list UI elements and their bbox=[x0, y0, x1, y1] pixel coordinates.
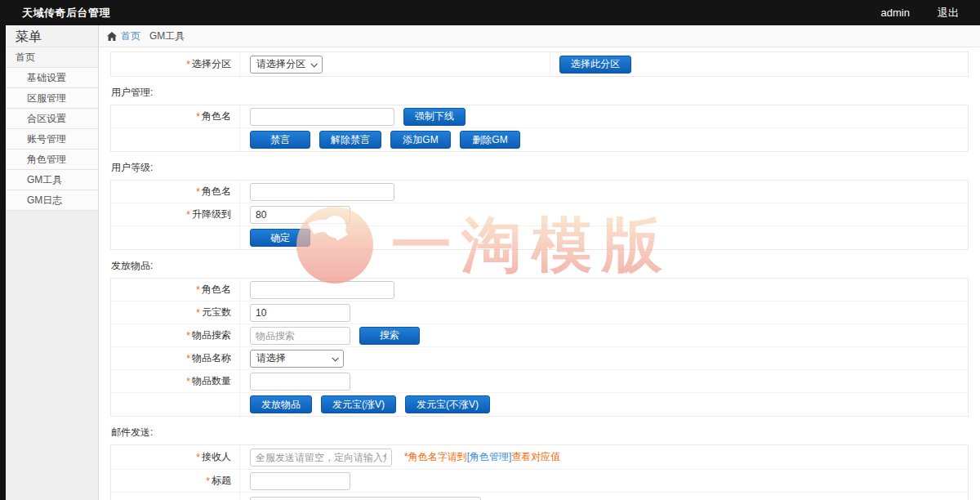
item-role-label: 角色名 bbox=[202, 283, 231, 297]
chevron-down-icon bbox=[332, 355, 338, 361]
user-menu[interactable]: admin bbox=[865, 7, 926, 19]
section-title-user-level: 用户等级: bbox=[111, 161, 969, 175]
add-gm-button[interactable]: 添加GM bbox=[390, 131, 451, 149]
level-target-input[interactable] bbox=[250, 206, 350, 224]
required-marker: * bbox=[196, 111, 200, 123]
role-name-label: 角色名 bbox=[202, 109, 231, 123]
partition-table: * 选择分区 请选择分区 选择此分区 bbox=[110, 51, 969, 77]
level-role-label: 角色名 bbox=[202, 185, 231, 199]
home-icon bbox=[107, 32, 117, 41]
give-yuanbao-vip-button[interactable]: 发元宝(涨V) bbox=[321, 395, 396, 413]
required-marker: * bbox=[186, 353, 190, 364]
sidebar-item-home[interactable]: 首页 bbox=[6, 47, 98, 68]
item-name-label: 物品名称 bbox=[192, 351, 231, 365]
item-count-input[interactable] bbox=[250, 373, 350, 391]
section-title-give-items: 发放物品: bbox=[111, 259, 969, 273]
role-name-row: * 角色名 强制下线 bbox=[111, 105, 968, 128]
choose-partition-button[interactable]: 选择此分区 bbox=[559, 56, 631, 74]
required-marker: * bbox=[186, 209, 190, 221]
chevron-down-icon bbox=[310, 60, 317, 67]
required-marker: * bbox=[196, 186, 200, 198]
force-offline-button[interactable]: 强制下线 bbox=[403, 108, 466, 126]
breadcrumb-current: GM工具 bbox=[149, 29, 185, 43]
user-level-table: * 角色名 * 升降级到 确定 bbox=[110, 180, 969, 250]
role-manage-link[interactable]: [角色管理] bbox=[467, 451, 512, 462]
receiver-label: 接收人 bbox=[202, 450, 231, 464]
main-content: * 选择分区 请选择分区 选择此分区 用户管理: * 角色名 强制下 bbox=[99, 47, 980, 500]
subject-label: 标题 bbox=[212, 474, 231, 488]
sidebar: 菜单 首页 基础设置 区服管理 合区设置 账号管理 角色管理 GM工具 GM日志 bbox=[6, 25, 99, 500]
level-role-input[interactable] bbox=[250, 183, 394, 201]
required-marker: * bbox=[206, 475, 210, 487]
partition-select[interactable]: 请选择分区 bbox=[250, 56, 323, 74]
sidebar-item-server-manage[interactable]: 区服管理 bbox=[6, 88, 98, 109]
sidebar-item-merge-settings[interactable]: 合区设置 bbox=[6, 109, 98, 129]
give-yuanbao-novip-button[interactable]: 发元宝(不涨V) bbox=[405, 395, 490, 413]
sidebar-item-role-manage[interactable]: 角色管理 bbox=[6, 150, 98, 170]
required-marker: * bbox=[186, 330, 190, 342]
mail-table: * 接收人 *角色名字请到[角色管理]查看对应值 * 标题 内容 bbox=[110, 444, 969, 500]
item-search-label: 物品搜索 bbox=[192, 328, 231, 342]
remove-gm-button[interactable]: 删除GM bbox=[460, 131, 520, 149]
item-name-select[interactable]: 请选择 bbox=[250, 350, 344, 368]
item-count-label: 物品数量 bbox=[192, 374, 231, 388]
sidebar-title: 菜单 bbox=[6, 25, 98, 47]
mute-button[interactable]: 禁言 bbox=[250, 131, 310, 149]
gm-actions-row: 禁言 解除禁言 添加GM 删除GM bbox=[111, 128, 968, 151]
required-marker: * bbox=[196, 284, 200, 296]
logout-link[interactable]: 退出 bbox=[926, 6, 980, 20]
subject-input[interactable] bbox=[250, 472, 350, 490]
give-item-button[interactable]: 发放物品 bbox=[250, 395, 312, 413]
sidebar-item-gm-tools[interactable]: GM工具 bbox=[6, 170, 98, 190]
breadcrumb-home-link[interactable]: 首页 bbox=[121, 29, 140, 43]
topbar: 天域传奇后台管理 admin 退出 bbox=[0, 0, 980, 25]
mail-content-textarea[interactable]: 内容 bbox=[250, 497, 481, 500]
sidebar-item-gm-log[interactable]: GM日志 bbox=[6, 190, 98, 211]
receiver-hint: *角色名字请到[角色管理]查看对应值 bbox=[404, 450, 560, 464]
window-left-edge bbox=[0, 0, 6, 500]
search-button[interactable]: 搜索 bbox=[359, 327, 420, 345]
yuanbao-label: 元宝数 bbox=[202, 306, 231, 319]
sidebar-item-account-manage[interactable]: 账号管理 bbox=[6, 129, 98, 150]
required-marker: * bbox=[196, 452, 200, 463]
breadcrumb: 首页 GM工具 bbox=[99, 25, 980, 47]
user-manage-table: * 角色名 强制下线 禁言 解除禁言 添加GM 删除GM bbox=[110, 105, 969, 152]
section-title-mail: 邮件发送: bbox=[111, 426, 969, 440]
level-confirm-button[interactable]: 确定 bbox=[250, 229, 310, 247]
unmute-button[interactable]: 解除禁言 bbox=[319, 131, 381, 149]
receiver-input[interactable] bbox=[250, 449, 392, 467]
section-title-user-manage: 用户管理: bbox=[111, 86, 969, 100]
app-title: 天域传奇后台管理 bbox=[22, 6, 110, 20]
partition-label: * 选择分区 bbox=[111, 52, 240, 76]
item-search-input[interactable] bbox=[250, 327, 350, 345]
role-name-input[interactable] bbox=[250, 108, 394, 126]
give-items-table: * 角色名 * 元宝数 * 物品搜索 搜索 bbox=[110, 278, 969, 417]
required-marker: * bbox=[186, 376, 190, 387]
yuanbao-input[interactable] bbox=[250, 304, 350, 322]
required-marker: * bbox=[186, 59, 190, 70]
sidebar-menu: 首页 基础设置 区服管理 合区设置 账号管理 角色管理 GM工具 GM日志 bbox=[6, 47, 98, 211]
level-target-label: 升降级到 bbox=[192, 208, 231, 221]
topbar-right: admin 退出 bbox=[865, 6, 980, 20]
item-role-input[interactable] bbox=[250, 281, 394, 299]
sidebar-item-basic-settings[interactable]: 基础设置 bbox=[6, 68, 98, 88]
required-marker: * bbox=[196, 307, 200, 319]
partition-row: * 选择分区 请选择分区 选择此分区 bbox=[111, 52, 968, 76]
